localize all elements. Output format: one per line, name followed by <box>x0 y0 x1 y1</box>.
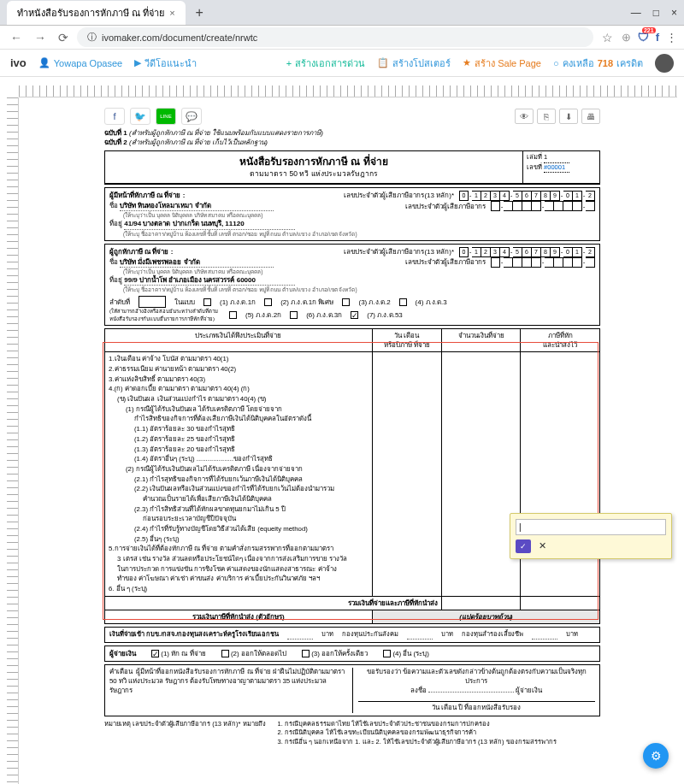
video-guide-link[interactable]: ▶ วีดีโอแนะนำ <box>134 56 197 71</box>
browser-address-bar: ← → ⟳ ⓘ ivomaker.com/document/create/nrw… <box>0 26 684 50</box>
document-canvas: f 🐦 LINE 💬 👁 ⎘ ⬇ 🖶 ฉบับที่ 1 ฉบับที่ 1 (… <box>0 77 684 784</box>
bookmark-icon[interactable]: ☆ <box>598 29 616 46</box>
form-subtitle: ตามมาตรา 50 ทวิ แห่งประมวลรัษฎากร <box>109 169 519 180</box>
opt3-checkbox[interactable] <box>302 650 310 657</box>
payin-section: เงินที่จ่ายเข้า กบข./กสจ./กองทุนสงเคราะห… <box>104 627 600 643</box>
form-pnd3k[interactable] <box>290 311 298 319</box>
sum-amount[interactable] <box>441 596 521 610</box>
copy1-label: ฉบับที่ 1 ฉบับที่ 1 (สำหรับผู้ถูกหักภาษี… <box>104 128 600 138</box>
share-messenger-button[interactable]: 💬 <box>181 108 202 125</box>
copy2-label: ฉบับที่ 2 (สำหรับผู้ถูกหักภาษี ณ ที่จ่าย… <box>104 138 600 147</box>
ruler-horizontal <box>19 85 677 97</box>
reload-button[interactable]: ⟳ <box>55 29 72 46</box>
share-facebook-button[interactable]: f <box>104 108 125 125</box>
payee-name-field[interactable]: บริษัท มั่งมีเพชรพลอย จํากัด <box>120 257 274 268</box>
close-window-button[interactable]: × <box>671 7 677 19</box>
inline-editor-popup: ✓ ✕ <box>510 513 672 559</box>
extension-icons: ⊕ 🛡221 f ⋮ <box>622 31 677 44</box>
doc-no-field[interactable]: #00001 <box>544 163 569 174</box>
form-pnd2[interactable] <box>342 298 350 306</box>
payee-taxid-boxes[interactable]: --- <box>491 257 595 268</box>
url-text: ivomaker.com/document/create/nrwtc <box>102 32 257 43</box>
maximize-button[interactable]: □ <box>653 7 659 19</box>
opt4-checkbox[interactable] <box>383 650 391 657</box>
form-pnd1k[interactable] <box>203 298 211 306</box>
sum-tax[interactable] <box>521 596 600 610</box>
editor-cancel-button[interactable]: ✕ <box>539 540 546 551</box>
form-pnd3[interactable] <box>399 298 407 306</box>
payer-section: ผู้มีหน้าที่หักภาษี ณ ที่จ่าย : เลขประจำ… <box>104 187 600 241</box>
minimize-button[interactable]: — <box>631 7 641 19</box>
payee-tax13-boxes[interactable]: 0-1234-56789-01-2 <box>459 247 595 257</box>
tax-column[interactable] <box>521 352 600 597</box>
payer-taxid-boxes[interactable]: --- <box>491 201 595 211</box>
opt2-checkbox[interactable] <box>221 650 229 657</box>
amount-column[interactable] <box>441 352 521 597</box>
print-button[interactable]: 🖶 <box>581 109 600 124</box>
form-pnd1k-sp[interactable] <box>264 298 272 306</box>
payer-options: ผู้จ่ายเงิน (1) หัก ณ ที่จ่าย (2) ออกให้… <box>104 645 600 662</box>
settings-fab[interactable]: ⚙ <box>643 743 669 769</box>
share-line-button[interactable]: LINE <box>156 108 176 125</box>
form-title: หนังสือรับรองการหักภาษี ณ ที่จ่าย <box>109 155 519 169</box>
create-doc-button[interactable]: + สร้างเอกสารด่วน <box>286 56 365 71</box>
new-tab-button[interactable]: + <box>189 5 210 21</box>
sum-words-field[interactable]: (แปดร้อยบาทถ้วน) <box>372 610 599 624</box>
back-button[interactable]: ← <box>7 29 26 46</box>
browser-titlebar: ทำหนังสือรับรองการหักภาษี ณ ที่จ่าย × + … <box>0 0 684 26</box>
payer-addr-field[interactable]: 41/94 บางตลาด ปากเกร็ด นนทบุรี, 11120 <box>124 219 295 229</box>
tab-title: ทำหนังสือรับรองการหักภาษี ณ ที่จ่าย <box>17 5 164 21</box>
tax-form: ฉบับที่ 1 ฉบับที่ 1 (สำหรับผู้ถูกหักภาษี… <box>104 128 600 746</box>
avatar[interactable] <box>655 54 674 73</box>
app-logo[interactable]: ivo <box>10 56 27 69</box>
seq-box[interactable] <box>139 296 166 308</box>
url-input[interactable]: ⓘ ivomaker.com/document/create/nrwtc <box>77 27 593 47</box>
create-poster-button[interactable]: 📋 สร้างโปสเตอร์ <box>377 56 451 71</box>
form-pnd2k[interactable] <box>229 311 237 319</box>
app-toolbar: ivo 👤 Yowapa Opasee ▶ วีดีโอแนะนำ + สร้า… <box>0 50 684 77</box>
payer-name-field[interactable]: บริษัท หินทองโหลมาเหมา จํากัด <box>120 201 274 211</box>
book-no-field[interactable]: 1 <box>544 153 569 163</box>
download-button[interactable]: ⬇ <box>559 109 578 124</box>
form-notes: หมายเหตุ เลขประจำตัวผู้เสียภาษีอากร (13 … <box>104 720 600 747</box>
preview-button[interactable]: 👁 <box>515 109 534 124</box>
create-sale-button[interactable]: ★ สร้าง Sale Page <box>463 56 541 71</box>
opt1-checkbox[interactable] <box>151 650 159 657</box>
share-row: f 🐦 LINE 💬 👁 ⎘ ⬇ 🖶 <box>104 108 600 125</box>
footer-section: คำเตือน ผู้มีหน้าที่ออกหนังสือรับรองการห… <box>104 664 600 716</box>
document-page[interactable]: f 🐦 LINE 💬 👁 ⎘ ⬇ 🖶 ฉบับที่ 1 ฉบับที่ 1 (… <box>27 97 677 753</box>
payee-section: ผู้ถูกหักภาษี ณ ที่จ่าย : เลขประจำตัวผู้… <box>104 244 600 326</box>
payer-tax13-boxes[interactable]: 0-1234-56789-01-2 <box>459 191 595 201</box>
income-table: ประเภทเงินได้พึงประเมินที่จ่าย วัน เดือน… <box>104 328 600 624</box>
user-menu[interactable]: 👤 Yowapa Opasee <box>38 57 122 68</box>
share-twitter-button[interactable]: 🐦 <box>130 108 150 125</box>
forward-button[interactable]: → <box>31 29 50 46</box>
inline-editor-input[interactable] <box>516 519 666 535</box>
ruler-vertical <box>7 97 19 784</box>
income-types-cell[interactable]: 1.เงินเดือน ค่าจ้าง โบนัส ตามมาตรา 40(1)… <box>105 352 373 597</box>
browser-tab[interactable]: ทำหนังสือรับรองการหักภาษี ณ ที่จ่าย × <box>7 1 186 25</box>
credits-display[interactable]: ○ คงเหลือ 718 เครดิต <box>553 56 643 71</box>
site-info-icon[interactable]: ⓘ <box>87 31 97 44</box>
payee-addr-field[interactable]: 99/9 ปากน้ำโพ อำเภอเมือง นครสวรรค์ 60000 <box>124 275 295 286</box>
date-column[interactable] <box>372 352 441 597</box>
editor-ok-button[interactable]: ✓ <box>516 539 531 553</box>
copy-button[interactable]: ⎘ <box>537 109 556 124</box>
form-pnd53[interactable] <box>351 311 358 319</box>
close-tab-icon[interactable]: × <box>169 8 174 18</box>
